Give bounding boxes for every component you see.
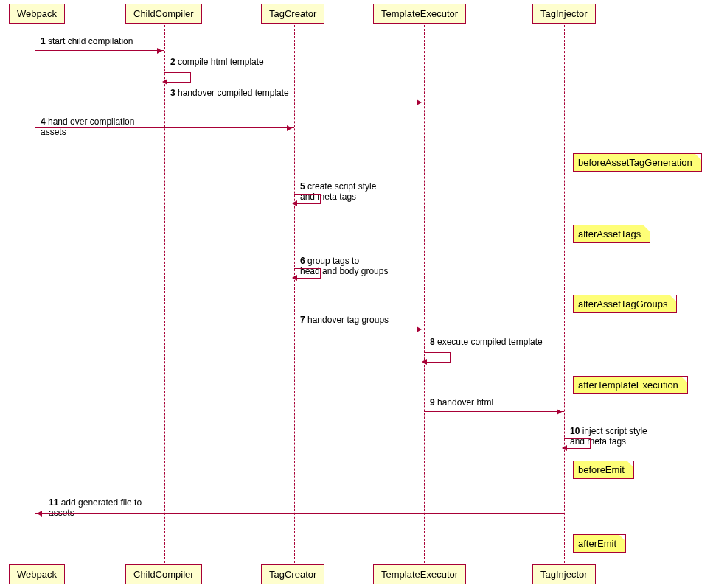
note: afterEmit — [573, 534, 626, 553]
lifeline — [564, 25, 565, 563]
actor-tagcreator-bot: TagCreator — [261, 564, 324, 584]
message-label: 3 handover compiled template — [170, 88, 289, 98]
message-arrow — [294, 329, 424, 329]
self-message — [164, 72, 191, 83]
lifeline — [35, 25, 35, 563]
note: alterAssetTagGroups — [573, 295, 677, 313]
lifeline — [294, 25, 295, 563]
actor-templateexecutor-bot: TemplateExecutor — [373, 564, 466, 584]
note: afterTemplateExecution — [573, 376, 688, 394]
self-message — [564, 438, 591, 449]
lifeline — [424, 25, 425, 563]
message-arrow — [35, 513, 564, 514]
actor-taginjector-bot: TagInjector — [532, 564, 596, 584]
message-arrow — [164, 102, 424, 102]
message-label: 11 add generated file toassets — [49, 497, 142, 519]
self-message — [294, 268, 321, 279]
lifeline — [164, 25, 165, 563]
message-label: 8 execute compiled template — [430, 337, 543, 347]
message-label: 2 compile html template — [170, 57, 264, 67]
note: beforeAssetTagGeneration — [573, 153, 702, 172]
actor-templateexecutor-top: TemplateExecutor — [373, 4, 466, 24]
message-label: 1 start child compilation — [41, 36, 133, 46]
message-arrow — [424, 411, 564, 412]
self-message — [294, 194, 321, 204]
actor-taginjector-top: TagInjector — [532, 4, 596, 24]
message-label: 9 handover html — [430, 397, 493, 407]
actor-webpack-bot: Webpack — [9, 564, 65, 584]
message-label: 7 handover tag groups — [300, 315, 389, 325]
note: beforeEmit — [573, 461, 634, 479]
actor-childcompiler-top: ChildCompiler — [125, 4, 202, 24]
message-arrow — [35, 127, 294, 128]
sequence-diagram: Webpack ChildCompiler TagCreator Templat… — [0, 0, 713, 588]
message-arrow — [35, 50, 164, 51]
actor-tagcreator-top: TagCreator — [261, 4, 324, 24]
note: alterAssetTags — [573, 225, 650, 243]
actor-webpack-top: Webpack — [9, 4, 65, 24]
actor-childcompiler-bot: ChildCompiler — [125, 564, 202, 584]
self-message — [424, 352, 451, 363]
